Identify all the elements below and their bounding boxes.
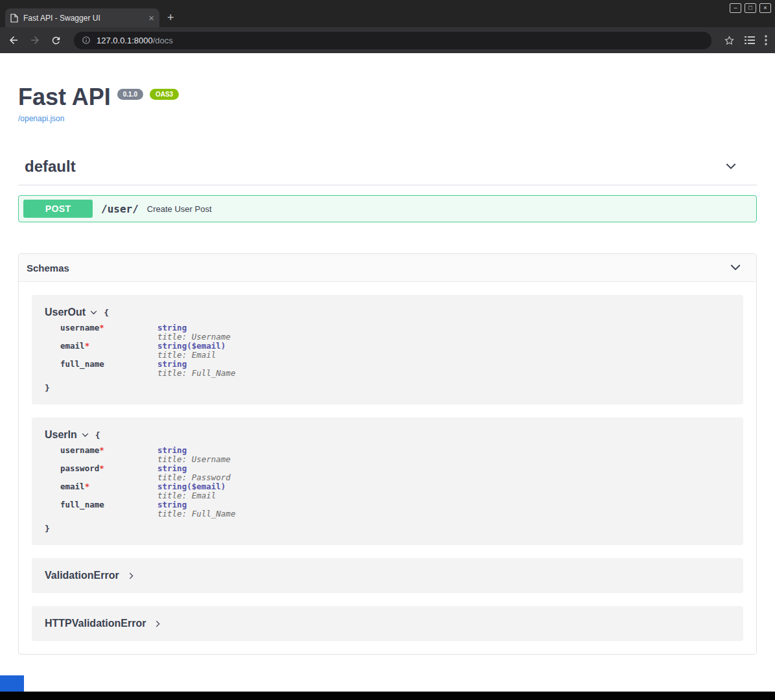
open-brace: { [104,308,109,318]
back-icon[interactable] [8,34,19,46]
property-row: username* string title: Username [60,323,730,342]
url-text: 127.0.0.1:8000/docs [97,34,173,46]
maximize-button[interactable]: □ [745,3,756,13]
window-controls: – □ × [730,3,771,13]
required-star: * [85,341,90,351]
url-path: /docs [153,36,173,45]
chevron-right-icon[interactable] [127,572,135,580]
property-title: title: Full_Name [157,369,235,378]
model-name: UserIn [45,429,77,441]
tab-close-icon[interactable]: × [148,13,154,23]
chevron-right-icon[interactable] [154,620,162,628]
required-star: * [99,463,104,473]
chevron-down-icon[interactable] [729,261,742,274]
operation-summary: Create User Post [147,204,212,214]
oas-badge: OAS3 [150,89,179,100]
property-list: username* string title: Username email* … [60,323,730,378]
schemas-header[interactable]: Schemas [19,254,756,282]
property-type: string($email) [157,342,226,351]
property-type: string [157,360,235,369]
property-title: title: Password [157,473,231,482]
property-row: password* string title: Password [60,464,730,482]
property-row: email* string($email) title: Email [60,342,730,360]
property-row: full_name string title: Full_Name [60,500,730,519]
property-name: email [60,482,85,491]
property-type: string [157,464,231,473]
property-name: username [60,323,99,332]
url-host: 127.0.0.1:8000 [97,36,153,45]
property-name: password [60,463,99,473]
property-row: email* string($email) title: Email [60,482,730,500]
tag-title: default [25,158,76,176]
status-bubble [0,675,24,692]
property-title: title: Username [157,455,231,464]
property-row: username* string title: Username [60,446,730,464]
close-button[interactable]: × [759,3,771,13]
opblock-post-user[interactable]: POST /user/ Create User Post [18,195,757,222]
document-icon [10,14,18,23]
model-toggle[interactable]: UserOut { [45,307,730,318]
address-bar[interactable]: 127.0.0.1:8000/docs [74,32,711,49]
model-name: HTTPValidationError [45,618,146,629]
page-title: Fast API [18,84,111,110]
schemas-section: Schemas UserOut { username* [18,253,757,655]
property-name: username [60,445,99,455]
forward-icon[interactable] [29,34,41,46]
property-name: email [60,341,85,351]
model-httpvalidationerror: HTTPValidationError [32,606,743,641]
model-userin: UserIn { username* string title: Usernam… [32,417,743,545]
operation-path: /user/ [101,203,139,215]
tab-title: Fast API - Swagger UI [23,14,143,23]
bottom-bar [0,692,775,700]
new-tab-button[interactable]: + [167,12,174,23]
browser-tab-strip: – □ × Fast API - Swagger UI × + [0,0,775,27]
browser-tab[interactable]: Fast API - Swagger UI × [5,8,159,27]
api-header: Fast API 0.1.0 OAS3 [18,84,757,110]
property-list: username* string title: Username passwor… [60,446,730,519]
required-star: * [99,445,104,455]
model-userout: UserOut { username* string title: Userna… [32,295,743,404]
reload-icon[interactable] [51,35,62,46]
property-type: string [157,323,231,332]
openapi-spec-link[interactable]: /openapi.json [18,114,64,123]
version-badge: 0.1.0 [117,89,143,100]
model-toggle[interactable]: UserIn { [45,429,730,441]
swagger-page: Fast API 0.1.0 OAS3 /openapi.json defaul… [0,84,775,655]
model-validationerror: ValidationError [32,558,743,593]
property-type: string($email) [157,482,226,491]
model-toggle[interactable]: HTTPValidationError [45,618,730,629]
property-name: full_name [60,359,104,369]
property-type: string [157,500,235,509]
property-name: full_name [60,500,104,509]
property-title: title: Email [157,351,226,360]
property-title: title: Email [157,491,226,500]
property-title: title: Full_Name [157,509,235,519]
required-star: * [99,323,104,332]
model-name: ValidationError [45,570,119,581]
tag-section-default[interactable]: default [18,158,757,185]
model-name: UserOut [45,307,86,318]
browser-toolbar: 127.0.0.1:8000/docs [0,27,775,53]
property-type: string [157,446,231,455]
menu-icon[interactable] [765,35,767,45]
minimize-button[interactable]: – [730,3,741,13]
chevron-down-icon[interactable] [89,309,98,317]
model-toggle[interactable]: ValidationError [45,570,730,581]
open-brace: { [95,430,100,440]
bookmark-star-icon[interactable] [724,35,735,46]
site-info-icon[interactable] [82,36,91,45]
schemas-title: Schemas [27,262,69,274]
list-icon[interactable] [745,36,755,45]
close-brace: } [45,524,730,533]
chevron-down-icon[interactable] [724,160,737,173]
property-row: full_name string title: Full_Name [60,360,730,378]
schemas-body: UserOut { username* string title: Userna… [19,282,756,654]
property-title: title: Username [157,332,231,342]
required-star: * [85,482,90,491]
close-brace: } [45,383,730,393]
method-badge: POST [23,200,93,218]
chevron-down-icon[interactable] [81,431,89,439]
